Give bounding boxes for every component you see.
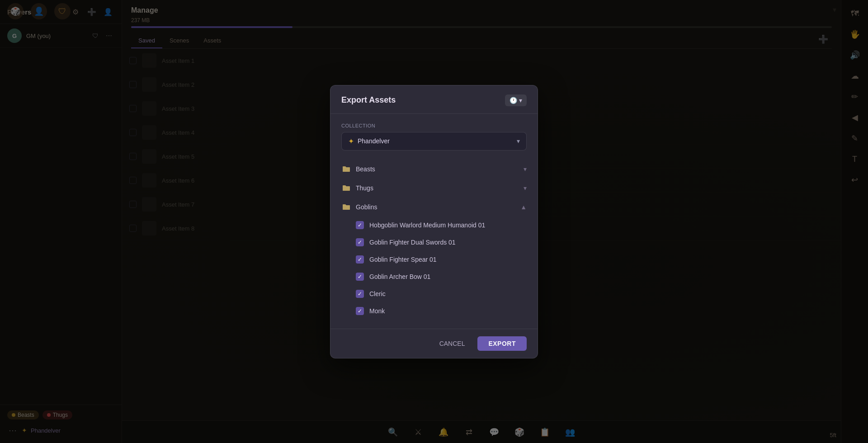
goblin-archer-label: Goblin Archer Bow 01 (369, 273, 430, 280)
hobgoblin-label: Hobgoblin Warlord Medium Humanoid 01 (369, 222, 485, 229)
check-goblin-spear[interactable]: Goblin Fighter Spear 01 (338, 251, 530, 268)
check-goblin-archer[interactable]: Goblin Archer Bow 01 (338, 268, 530, 285)
check-monk[interactable]: Monk (338, 302, 530, 320)
goblin-dual-swords-label: Goblin Fighter Dual Swords 01 (369, 239, 456, 246)
modal-header: Export Assets 🕐 ▾ (330, 85, 538, 114)
tree-folder-goblins[interactable]: Goblins ▲ (338, 198, 530, 217)
cleric-checkbox[interactable] (356, 290, 364, 298)
modal-title: Export Assets (341, 95, 396, 105)
collection-select[interactable]: ✦ Phandelver ▾ (341, 132, 527, 151)
tree-folder-thugs[interactable]: Thugs ▾ (338, 179, 530, 198)
check-cleric[interactable]: Cleric (338, 285, 530, 302)
check-goblin-dual-swords[interactable]: Goblin Fighter Dual Swords 01 (338, 234, 530, 251)
export-button[interactable]: EXPORT (477, 336, 527, 351)
clock-chevron-icon: ▾ (519, 97, 522, 104)
thugs-chevron-icon: ▾ (524, 184, 527, 192)
beasts-chevron-icon: ▾ (524, 165, 527, 173)
modal-header-right: 🕐 ▾ (505, 94, 527, 106)
collection-label: Collection (341, 123, 527, 128)
monk-checkbox[interactable] (356, 307, 364, 315)
modal-overlay: Export Assets 🕐 ▾ Collection ✦ Phandelve… (0, 0, 868, 443)
monk-label: Monk (369, 307, 385, 315)
beasts-folder-icon (341, 164, 351, 174)
cleric-label: Cleric (369, 290, 386, 297)
goblin-spear-checkbox[interactable] (356, 255, 364, 264)
collection-select-left: ✦ Phandelver (348, 137, 390, 146)
tree-container: Beasts ▾ Thugs ▾ (338, 160, 530, 320)
hobgoblin-checkbox[interactable] (356, 221, 364, 229)
thugs-folder-icon (341, 183, 351, 193)
collection-chevron-icon: ▾ (517, 137, 520, 145)
goblins-folder-icon (341, 202, 351, 212)
history-btn[interactable]: 🕐 ▾ (505, 94, 527, 106)
modal-footer: CANCEL EXPORT (330, 329, 538, 358)
goblin-spear-label: Goblin Fighter Spear 01 (369, 256, 437, 263)
modal-body: Collection ✦ Phandelver ▾ Beasts (330, 114, 538, 329)
collection-name: Phandelver (358, 137, 390, 145)
goblin-archer-checkbox[interactable] (356, 273, 364, 281)
goblin-dual-swords-checkbox[interactable] (356, 238, 364, 246)
check-hobgoblin[interactable]: Hobgoblin Warlord Medium Humanoid 01 (338, 217, 530, 234)
goblins-chevron-icon: ▲ (520, 203, 527, 211)
thugs-folder-label: Thugs (356, 184, 519, 192)
tree-folder-beasts[interactable]: Beasts ▾ (338, 160, 530, 179)
beasts-folder-label: Beasts (356, 165, 519, 173)
goblins-folder-label: Goblins (356, 203, 516, 211)
clock-icon: 🕐 (509, 97, 517, 104)
collection-star-icon: ✦ (348, 137, 354, 146)
export-modal: Export Assets 🕐 ▾ Collection ✦ Phandelve… (330, 85, 538, 358)
cancel-button[interactable]: CANCEL (432, 336, 472, 351)
